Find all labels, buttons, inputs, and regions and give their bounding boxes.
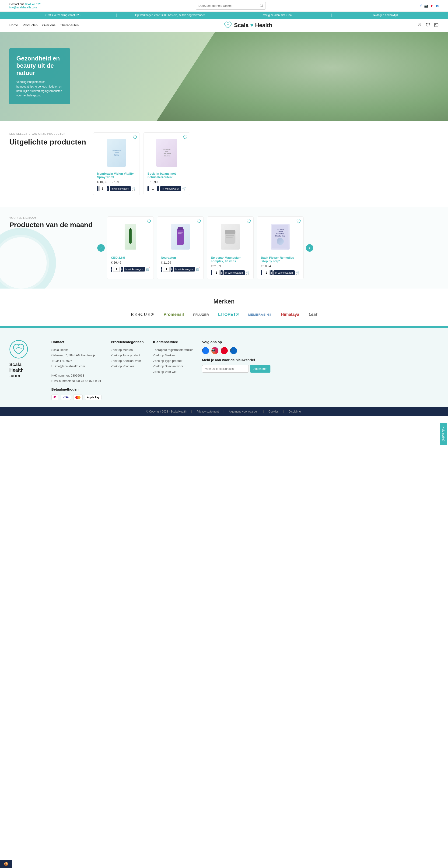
qty-minus-m4[interactable]: - xyxy=(261,270,262,275)
instagram-icon[interactable]: 📷 xyxy=(424,4,428,8)
product-actions-m2: - + In winkelwagen 🛒 xyxy=(161,267,200,272)
footer-newsletter-title: Meld je aan voor de nieuwsbrief xyxy=(202,358,270,362)
svg-point-0 xyxy=(260,4,262,6)
facebook-icon[interactable]: f xyxy=(420,4,421,8)
qty-input-m2[interactable] xyxy=(163,267,170,272)
qty-minus-p1[interactable]: - xyxy=(97,186,98,191)
qty-plus-m4[interactable]: + xyxy=(270,270,272,275)
cart-icon-p2: 🛒 xyxy=(182,187,186,190)
wishlist-button-m1[interactable] xyxy=(147,219,151,225)
qty-plus-p2[interactable]: + xyxy=(157,186,159,191)
cookies-link[interactable]: Cookies xyxy=(268,410,279,413)
qty-plus-p1[interactable]: + xyxy=(107,186,109,191)
carousel-prev-button[interactable]: ‹ xyxy=(97,244,105,252)
footer-contact-title: Contact xyxy=(51,340,101,344)
qty-minus-m1[interactable]: - xyxy=(111,267,113,272)
email-link[interactable]: info@scalahealth.com xyxy=(9,6,37,9)
linkedin-icon[interactable]: in xyxy=(436,4,439,7)
footer-social-col: Volg ons op f 📷 P in Meld je aan voor de… xyxy=(202,340,270,400)
wishlist-button-p1[interactable] xyxy=(132,135,137,141)
disclaimer-link[interactable]: Disclaimer xyxy=(289,410,302,413)
brand-pfluger[interactable]: PFLÜGER xyxy=(193,313,209,316)
add-to-cart-p2[interactable]: In winkelwagen xyxy=(160,186,181,191)
add-to-cart-p1[interactable]: In winkelwagen xyxy=(110,186,131,191)
brand-himalaya[interactable]: Himalaya xyxy=(281,312,299,317)
nav-products[interactable]: Producten xyxy=(23,23,38,27)
qty-input-p2[interactable] xyxy=(150,186,156,191)
separator-3: | xyxy=(263,410,264,413)
footer-cat-link-4[interactable]: Zoek op Voor wie xyxy=(111,364,144,369)
site-logo[interactable]: Scala ♥ Health xyxy=(224,21,272,29)
footer-cat-link-3[interactable]: Zoek op Speciaal voor xyxy=(111,358,144,364)
cart-icon[interactable] xyxy=(434,23,439,28)
brand-promensil[interactable]: Promensil xyxy=(164,312,184,317)
footer-service-link-2[interactable]: Zoek op Merken xyxy=(153,352,193,358)
qty-plus-m1[interactable]: + xyxy=(121,267,123,272)
footer-service-link-3[interactable]: Zoek op Type product xyxy=(153,358,193,364)
footer-logo: ScalaHealth.com xyxy=(9,340,42,400)
footer-categories-title: Productcategorieën xyxy=(111,340,144,344)
qty-minus-m3[interactable]: - xyxy=(211,270,212,275)
wishlist-icon[interactable] xyxy=(426,23,430,28)
privacy-link[interactable]: Privacy statement xyxy=(196,410,219,413)
search-input[interactable] xyxy=(196,3,257,9)
add-to-cart-m2[interactable]: In winkelwagen xyxy=(173,267,195,272)
qty-input-m1[interactable] xyxy=(113,267,120,272)
main-nav: Home Producten Over ons Therapeuten Scal… xyxy=(0,19,448,32)
qty-plus-m2[interactable]: + xyxy=(170,267,172,272)
top-bar: Contact ons 0341 427626 info@scalahealth… xyxy=(0,0,448,12)
product-price-m4: € 10,24 xyxy=(261,264,299,268)
product-card-bach: The BachFlowerRemediesStep by Step Bach … xyxy=(257,216,303,279)
pinterest-icon[interactable]: P xyxy=(431,4,433,8)
qty-minus-p2[interactable]: - xyxy=(148,186,149,191)
wishlist-button-m3[interactable] xyxy=(247,219,251,225)
brand-leaf[interactable]: Leaf xyxy=(309,312,317,317)
qty-input-p1[interactable] xyxy=(99,186,106,191)
carousel-next-button[interactable]: › xyxy=(306,244,313,252)
brand-litopet[interactable]: LITOPET® xyxy=(218,312,239,317)
phone-link[interactable]: 0341 427626 xyxy=(25,3,41,6)
nav-home[interactable]: Home xyxy=(9,23,18,27)
qty-plus-m3[interactable]: + xyxy=(221,270,222,275)
footer-instagram-icon[interactable]: 📷 xyxy=(212,347,218,354)
wishlist-button-m2[interactable] xyxy=(196,219,201,225)
hero-section: Gezondheid en beauty uit de natuur Voedi… xyxy=(0,32,448,121)
footer-service-link-1[interactable]: Therapeut registratieformulier xyxy=(153,347,193,352)
payment-methods: iD VISA Apple Pay xyxy=(51,395,101,400)
nav-actions xyxy=(417,23,439,28)
footer-bottom: © Copyright 2023 - Scala Health | Privac… xyxy=(0,407,448,416)
add-to-cart-m3[interactable]: In winkelwagen xyxy=(224,270,245,275)
product-name-m1: CBD 2,8% xyxy=(111,256,150,259)
product-price-m1: € 26,49 xyxy=(111,261,150,264)
footer-pinterest-icon[interactable]: P xyxy=(221,347,228,354)
payment-visa: VISA xyxy=(61,395,71,400)
separator-2: | xyxy=(224,410,224,413)
brand-membrasin[interactable]: MEMBRASIN® xyxy=(248,313,271,316)
account-icon[interactable] xyxy=(417,23,422,28)
footer-linkedin-icon[interactable]: in xyxy=(230,347,237,354)
brand-rescue[interactable]: RESCUE® xyxy=(131,312,154,317)
nav-about[interactable]: Over ons xyxy=(42,23,56,27)
product-image-cbd xyxy=(111,220,150,253)
qty-minus-m2[interactable]: - xyxy=(161,267,162,272)
footer-kvk: KvK-nummer: 08066063 xyxy=(51,373,101,378)
add-to-cart-m1[interactable]: In winkelwagen xyxy=(124,267,145,272)
terms-link[interactable]: Algemene voorwaarden xyxy=(229,410,259,413)
qty-input-m3[interactable] xyxy=(213,270,220,275)
qty-input-m4[interactable] xyxy=(263,270,269,275)
footer-facebook-icon[interactable]: f xyxy=(202,347,209,354)
footer-service-link-5[interactable]: Zoek op Voor wie xyxy=(153,369,193,374)
wishlist-button-m4[interactable] xyxy=(296,219,301,225)
wishlist-button-p2[interactable] xyxy=(183,135,188,141)
search-button[interactable] xyxy=(257,2,265,9)
footer-cat-link-1[interactable]: Zoek op Merken xyxy=(111,347,144,352)
newsletter-input[interactable] xyxy=(202,365,249,373)
footer-service-link-4[interactable]: Zoek op Speciaal voor xyxy=(153,364,193,369)
add-to-cart-m4[interactable]: In winkelwagen xyxy=(274,270,295,275)
newsletter-subscribe-button[interactable]: Abonneren xyxy=(250,365,270,373)
cart-icon-m2: 🛒 xyxy=(196,267,200,271)
nav-therapists[interactable]: Therapeuten xyxy=(60,23,78,27)
footer-cat-link-2[interactable]: Zoek op Type product xyxy=(111,352,144,358)
nav-links: Home Producten Over ons Therapeuten xyxy=(9,23,78,27)
monthly-inner: VOOR JE LICHAAM Producten van de maand ‹ xyxy=(9,216,439,279)
